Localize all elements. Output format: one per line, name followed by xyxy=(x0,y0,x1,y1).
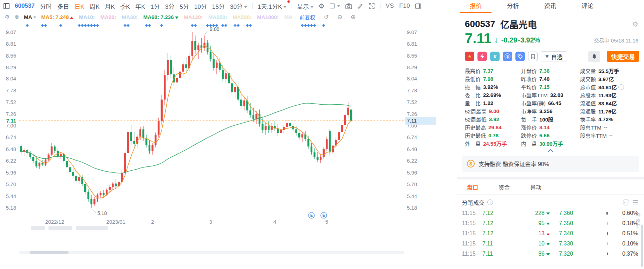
event-diamond-icon[interactable] xyxy=(249,24,252,27)
indicator-MA120[interactable]: MA120: xyxy=(184,14,203,20)
quick-trade-button[interactable]: 快捷交易 xyxy=(607,51,639,62)
indicator-MA500[interactable]: MA500: xyxy=(233,14,251,20)
collapse-stats-control[interactable] xyxy=(457,149,644,152)
window-layout-icon[interactable] xyxy=(4,3,9,9)
toolbar-item-15分[interactable]: 15分 xyxy=(212,2,225,11)
subtab-盘口[interactable]: 盘口 xyxy=(467,183,478,191)
screenshot-camera-icon[interactable] xyxy=(345,3,352,9)
indicator-MA1000[interactable]: MA1000: xyxy=(257,14,279,20)
chart-settings-gear-icon[interactable]: ⚙ xyxy=(319,2,325,10)
ma-group-dropdown[interactable]: MA xyxy=(24,14,36,20)
info-icon[interactable]: i xyxy=(487,199,493,205)
tab-评论[interactable]: 评论 xyxy=(569,0,606,13)
indicator-MA250[interactable]: MA250: xyxy=(208,14,227,20)
event-diamond-icon[interactable] xyxy=(87,24,90,27)
candlestick-chart[interactable]: 9.079.078.818.818.558.558.298.298.048.04… xyxy=(0,22,457,229)
trade-row[interactable]: 11:157.11107.3300.10% xyxy=(457,238,644,249)
more-options-icon[interactable]: ⋯ xyxy=(623,199,629,205)
toolbar-item-周K[interactable]: 周K xyxy=(90,2,99,11)
event-diamond-icon[interactable] xyxy=(246,24,249,27)
chart-scrollbar[interactable] xyxy=(19,251,404,254)
event-diamond-icon[interactable] xyxy=(221,24,224,27)
indicator-MA20[interactable]: MA20: xyxy=(100,14,116,20)
indicator-MA[interactable]: MA xyxy=(284,14,292,20)
tab-报价[interactable]: 报价 xyxy=(457,0,494,13)
tab-资讯[interactable]: 资讯 xyxy=(532,0,569,13)
indicator-MA60[interactable]: MA60: 7.236 xyxy=(143,14,178,20)
panel-scrollbar[interactable] xyxy=(641,225,643,267)
trade-row[interactable]: 11:157.122287.3600.60% xyxy=(457,208,644,218)
f10-button[interactable]: F10 xyxy=(399,2,410,9)
event-diamond-icon[interactable] xyxy=(307,24,310,27)
event-diamond-icon[interactable] xyxy=(93,24,96,27)
event-diamond-icon[interactable] xyxy=(59,24,62,27)
trade-row[interactable]: 11:157.12137.3400.51% xyxy=(457,228,644,238)
subtab-异动[interactable]: 异动 xyxy=(530,183,541,191)
trade-row[interactable]: 11:157.11867.3200.37% xyxy=(457,249,644,259)
indicator-MA5[interactable]: MA5: 7.248 xyxy=(41,14,73,20)
fullscreen-expand-icon[interactable] xyxy=(369,3,375,9)
event-diamond-icon[interactable] xyxy=(313,24,316,27)
chart-scrollbar-handle[interactable] xyxy=(30,251,69,254)
draw-pencil-icon[interactable] xyxy=(357,3,363,9)
indicator-MA10[interactable]: MA10: xyxy=(79,14,95,20)
panel-settings-gear-icon[interactable]: ⚙ xyxy=(632,20,638,28)
event-diamond-icon[interactable] xyxy=(148,24,151,27)
event-diamond-icon[interactable] xyxy=(310,24,313,27)
event-diamond-icon[interactable] xyxy=(124,24,126,27)
event-diamond-icon[interactable] xyxy=(304,24,307,27)
event-diamond-icon[interactable] xyxy=(145,24,148,27)
event-diamond-icon[interactable] xyxy=(191,24,194,27)
event-diamond-icon[interactable] xyxy=(322,24,325,27)
toolbar-item-分时[interactable]: 分时 xyxy=(40,2,52,11)
event-diamond-icon[interactable] xyxy=(194,24,197,27)
indicator-MA30[interactable]: MA30: xyxy=(122,14,138,20)
toolbar-item-30分[interactable]: 30分 xyxy=(230,2,247,11)
toolbar-item-季K[interactable]: 季K xyxy=(120,2,130,11)
event-diamond-icon[interactable] xyxy=(96,24,99,27)
event-diamond-icon[interactable] xyxy=(206,24,209,27)
toolbar-item-10分[interactable]: 10分 xyxy=(194,2,207,11)
toolbar-item-年K[interactable]: 年K xyxy=(135,2,145,11)
alert-bell-button[interactable] xyxy=(588,51,600,62)
event-diamond-icon[interactable] xyxy=(90,24,93,27)
toolbar-item-月K[interactable]: 月K xyxy=(105,2,115,11)
event-diamond-icon[interactable] xyxy=(44,24,47,27)
event-diamond-icon[interactable] xyxy=(234,24,236,27)
display-dropdown[interactable]: 显示 xyxy=(297,2,313,11)
event-diamond-icon[interactable] xyxy=(81,24,84,27)
event-diamond-icon[interactable] xyxy=(26,24,28,27)
event-diamond-icon[interactable] xyxy=(84,24,87,27)
stat-label: 股息率TTM xyxy=(580,132,607,139)
trade-row[interactable]: 11:157.12957.3500.18% xyxy=(457,218,644,228)
compare-period-dropdown[interactable]: 1天:1分K xyxy=(258,2,286,11)
subtab-资金[interactable]: 资金 xyxy=(499,183,510,191)
zoom-out-icon[interactable]: ⊖ xyxy=(337,13,342,21)
toolbar-item-1分[interactable]: 1分 xyxy=(150,2,160,11)
indicator-close-icon[interactable]: ⊗ xyxy=(14,14,19,20)
vs-compare-button[interactable]: VS xyxy=(386,2,394,9)
toolbar-item-多日[interactable]: 多日 xyxy=(57,2,69,11)
tab-分析[interactable]: 分析 xyxy=(494,0,532,13)
event-diamond-icon[interactable] xyxy=(225,24,227,27)
event-diamond-icon[interactable] xyxy=(78,24,80,27)
toolbar-item-日K[interactable]: 日K xyxy=(74,2,84,11)
chart-style-dropdown[interactable] xyxy=(330,4,340,8)
event-diamond-icon[interactable] xyxy=(160,24,163,27)
adjust-mode-button[interactable]: 前复权 xyxy=(300,13,316,21)
toolbar-item-3分[interactable]: 3分 xyxy=(165,2,174,11)
indicator-settings-gear-icon[interactable]: ⚙ xyxy=(5,14,9,20)
toolbar-item-5分[interactable]: 5分 xyxy=(180,2,189,11)
event-diamond-icon[interactable] xyxy=(301,24,304,27)
event-diamond-icon[interactable] xyxy=(126,24,129,27)
zoom-in-icon[interactable]: ⊕ xyxy=(351,13,356,21)
stat-value: 6.66 xyxy=(539,132,549,138)
side-panel-toggle-icon[interactable] xyxy=(415,4,421,9)
list-view-icon[interactable] xyxy=(633,200,638,205)
more-info-icon[interactable]: ⋯ xyxy=(618,84,624,90)
event-diamond-icon[interactable] xyxy=(41,24,44,27)
add-watchlist-button[interactable]: ♥ 自选 xyxy=(541,51,567,61)
toolbar-stock-code[interactable]: 600537 xyxy=(15,2,35,9)
event-diamond-icon[interactable] xyxy=(237,24,240,27)
undo-icon[interactable]: ↺ xyxy=(324,13,329,21)
